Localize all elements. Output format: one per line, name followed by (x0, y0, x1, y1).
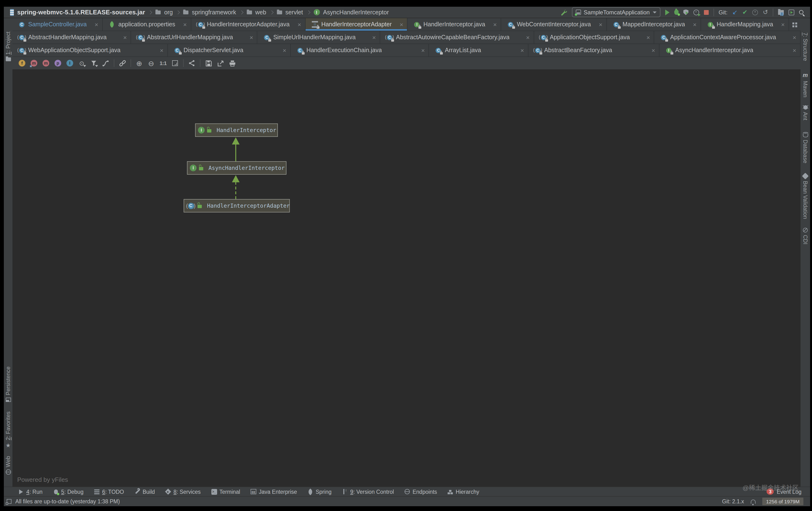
toolwindow-debug[interactable]: 5: Debug (53, 489, 83, 494)
save-diagram-icon[interactable] (205, 59, 212, 67)
run-button[interactable] (665, 9, 669, 15)
close-icon[interactable]: × (646, 34, 650, 40)
dependencies-link-icon[interactable] (119, 59, 126, 67)
sidebar-item-persistence[interactable]: Persistence (4, 367, 12, 402)
sidebar-item-structure[interactable]: 7: Structure (801, 32, 810, 61)
fit-content-icon[interactable] (171, 59, 179, 67)
sidebar-item-favorites[interactable]: 2: Favorites ★ (4, 411, 12, 448)
close-icon[interactable]: × (250, 34, 253, 40)
show-fields-icon[interactable]: f (18, 59, 26, 67)
edge-creation-icon[interactable] (102, 59, 110, 67)
git-branch-widget[interactable]: Git: 2.1.x (722, 499, 744, 504)
sidebar-item-cdi[interactable]: CDI (801, 228, 810, 245)
breadcrumb-item-class[interactable]: AsyncHandlerInterceptor (323, 9, 389, 16)
breadcrumb-item-org[interactable]: org (164, 9, 173, 16)
visibility-level-icon[interactable]: ⊙ (78, 59, 86, 67)
close-icon[interactable]: × (793, 34, 796, 40)
toolwindow-hierarchy[interactable]: Hierarchy (447, 489, 479, 494)
close-icon[interactable]: × (183, 21, 187, 28)
close-icon[interactable]: × (283, 47, 286, 53)
close-icon[interactable]: × (400, 21, 403, 28)
toolwindow-run[interactable]: 4: Run (18, 489, 42, 494)
tab-list-icon[interactable] (789, 18, 801, 31)
diagram-node-asynchandlerinterceptor[interactable]: I AsyncHandlerInterceptor (187, 161, 286, 175)
tab-handlerexecutionchain[interactable]: C HandlerExecutionChain.java × (291, 44, 429, 56)
tab-handlerinterceptor[interactable]: I HandlerInterceptor.java × (408, 18, 501, 31)
stop-button[interactable] (704, 10, 708, 15)
toolwindow-endpoints[interactable]: Endpoints (404, 489, 437, 494)
toolwindow-services[interactable]: 8: Services (166, 489, 201, 494)
close-icon[interactable]: × (781, 21, 785, 28)
tab-simpleurlhandlermapping[interactable]: C SimpleUrlHandlerMapping.java × (258, 31, 380, 44)
sidebar-item-database[interactable]: Database (801, 132, 810, 163)
build-wrench-icon[interactable] (560, 9, 567, 16)
close-icon[interactable]: × (493, 21, 497, 28)
tab-abstractautowirecapablebeanfactory[interactable]: C AbstractAutowireCapableBeanFactory.jav… (380, 31, 534, 44)
zoom-in-icon[interactable]: ⊕ (135, 59, 143, 67)
show-constructors-icon[interactable]: m (30, 59, 38, 67)
breadcrumb-item-servlet[interactable]: servlet (285, 9, 303, 16)
diagram-node-handlerinterceptor[interactable]: I HandlerInterceptor (195, 123, 278, 137)
print-icon[interactable] (229, 59, 236, 67)
debug-button[interactable] (674, 9, 678, 15)
sidebar-item-web[interactable]: Web (4, 456, 12, 475)
tab-abstracturlhandlermapping[interactable]: C AbstractUrlHandlerMapping.java × (131, 31, 257, 44)
memory-indicator[interactable]: 1256 of 1979M (762, 498, 803, 505)
zoom-out-icon[interactable]: ⊖ (147, 59, 155, 67)
close-icon[interactable]: × (693, 21, 697, 28)
notifications-bell-icon[interactable] (751, 499, 756, 504)
toolwindow-terminal[interactable]: >_ Terminal (211, 489, 240, 494)
git-update-button[interactable]: ↙ (732, 9, 737, 15)
tab-handlerinterceptoradapter-diagram[interactable]: ↑↑ HandlerInterceptorAdapter × (306, 18, 408, 31)
tab-mappedinterceptor[interactable]: C MappedInterceptor.java × (607, 18, 701, 31)
sidebar-item-maven[interactable]: m Maven (801, 72, 810, 97)
close-icon[interactable]: × (521, 47, 524, 53)
show-methods-icon[interactable]: m (42, 59, 50, 67)
show-inner-classes-icon[interactable]: I (66, 59, 74, 67)
tab-arraylist[interactable]: C ArrayList.java × (429, 44, 528, 56)
close-icon[interactable]: × (372, 34, 376, 40)
tab-abstracthandlermapping[interactable]: C AbstractHandlerMapping.java × (12, 31, 131, 44)
tab-webapplicationobjectsupport[interactable]: C WebApplicationObjectSupport.java × (12, 44, 168, 56)
scope-filter-icon[interactable] (90, 59, 97, 67)
close-icon[interactable]: × (297, 21, 301, 28)
apply-layout-icon[interactable] (188, 59, 196, 67)
git-commit-button[interactable]: ✔ (742, 9, 748, 15)
breadcrumb-item-springframework[interactable]: springframework (192, 9, 236, 16)
close-icon[interactable]: × (793, 47, 796, 53)
tab-abstractbeanfactory[interactable]: C AbstractBeanFactory.java × (528, 44, 660, 56)
tab-handlermapping[interactable]: I HandlerMapping.java × (701, 18, 789, 31)
tab-handlerinterceptoradapter-java[interactable]: C HandlerInterceptorAdapter.java × (191, 18, 306, 31)
tab-samplecontroller[interactable]: C SampleController.java × (12, 18, 103, 31)
tab-application-properties[interactable]: application.properties × (103, 18, 191, 31)
tab-asynchandlerinterceptor[interactable]: I AsyncHandlerInterceptor.java × (660, 44, 801, 56)
tab-dispatcherservlet[interactable]: C DispatcherServlet.java × (168, 44, 291, 56)
run-anything-icon[interactable] (789, 9, 794, 15)
close-icon[interactable]: × (599, 21, 602, 28)
show-properties-icon[interactable]: p (54, 59, 62, 67)
toolwindow-build[interactable]: Build (134, 489, 155, 494)
toggle-toolwindow-bars-icon[interactable] (7, 499, 11, 504)
export-diagram-icon[interactable] (216, 59, 224, 67)
sidebar-item-project[interactable]: 1: Project (4, 32, 12, 61)
diagram-node-handlerinterceptoradapter[interactable]: C HandlerInterceptorAdapter (184, 199, 290, 212)
close-icon[interactable]: × (123, 34, 127, 40)
sidebar-item-bean-validation[interactable]: Bean Validation (801, 174, 810, 219)
git-history-button[interactable] (752, 9, 758, 15)
close-icon[interactable]: × (651, 47, 655, 53)
breadcrumb-item-web[interactable]: web (255, 9, 266, 16)
toolwindow-java-enterprise[interactable]: EE Java Enterprise (251, 489, 297, 494)
git-rollback-button[interactable]: ↺ (763, 9, 768, 15)
tab-applicationcontextawareprocessor[interactable]: C ApplicationContextAwareProcessor.java … (655, 31, 801, 44)
toolwindow-version-control[interactable]: 9: Version Control (342, 489, 394, 494)
toolwindow-todo[interactable]: 6: TODO (94, 489, 124, 494)
close-icon[interactable]: × (160, 47, 163, 53)
tool-windows-icon[interactable] (778, 10, 784, 15)
run-configuration-select[interactable]: SampleTomcatApplication (572, 7, 660, 17)
run-with-coverage-button[interactable] (683, 9, 688, 15)
sidebar-item-ant[interactable]: Ant (801, 105, 810, 120)
toolwindow-spring[interactable]: Spring (308, 489, 331, 494)
diagram-canvas[interactable]: I HandlerInterceptor I AsyncHandlerInter… (12, 70, 801, 487)
tab-applicationobjectsupport[interactable]: C ApplicationObjectSupport.java × (534, 31, 654, 44)
search-everywhere-icon[interactable] (799, 10, 803, 15)
